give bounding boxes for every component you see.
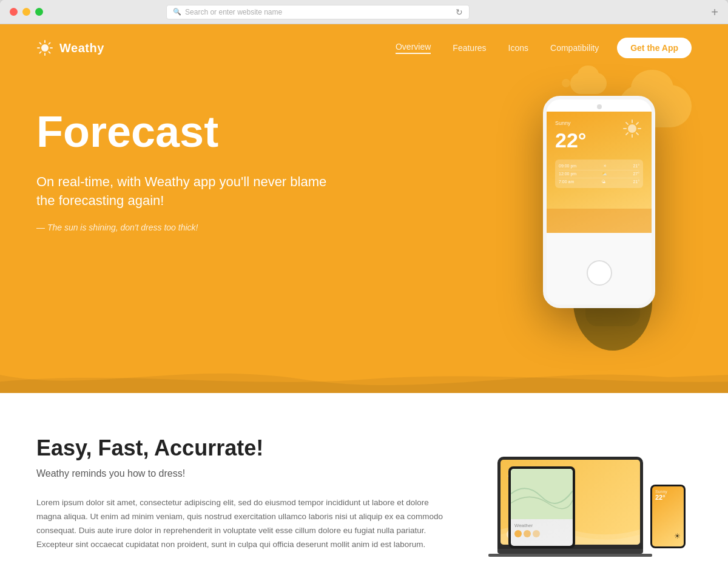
phone-time-row-1: 09:00 pm ☀ 21°	[559, 163, 639, 170]
svg-line-8	[40, 52, 41, 53]
svg-line-7	[49, 43, 50, 44]
hero-subtitle: On real-time, with Weathy app you'll nev…	[36, 173, 328, 210]
devices-area: 26°	[497, 435, 692, 557]
hero-content: Forecast On real-time, with Weathy app y…	[0, 72, 728, 393]
search-icon: 🔍	[173, 8, 181, 16]
phone-time-row-2: 12:00 pm ⛅ 27°	[559, 170, 639, 178]
nav-link-overview[interactable]: Overview	[396, 42, 431, 54]
navbar: Weathy Overview Features Icons Compatibi…	[0, 24, 728, 72]
svg-line-16	[636, 123, 638, 124]
close-button[interactable]	[10, 8, 18, 16]
content-section: Easy, Fast, Accurrate! Weathy reminds yo…	[0, 393, 728, 578]
url-bar[interactable]: 🔍 Search or enter website name ↻	[166, 5, 470, 19]
laptop-base	[497, 549, 643, 554]
new-tab-button[interactable]: +	[711, 6, 718, 18]
phone-hourly-list: 09:00 pm ☀ 21° 12:00 pm ⛅ 27°	[555, 160, 643, 188]
svg-line-14	[626, 123, 628, 124]
phone-scene	[547, 209, 652, 233]
nav-link-icons[interactable]: Icons	[508, 43, 528, 53]
small-phone-content: Sunny 22°	[652, 486, 684, 504]
phone-bottom	[547, 233, 652, 308]
svg-point-0	[41, 44, 49, 52]
section-body: Lorem ipsum dolor sit amet, consectetur …	[36, 496, 449, 552]
get-app-button[interactable]: Get the App	[617, 38, 692, 58]
section-title: Easy, Fast, Accurrate!	[36, 435, 449, 461]
tablet-icon-row	[514, 530, 569, 537]
tablet-screen: Weather	[511, 469, 573, 546]
small-phone-mockup: Sunny 22° ☀	[650, 485, 686, 548]
tablet-mockup: Weather	[508, 466, 575, 548]
laptop-foot	[488, 554, 652, 557]
phone-frame: Sunny 22°	[543, 96, 655, 308]
logo-area: Weathy	[36, 39, 104, 56]
nav-link-features[interactable]: Features	[453, 43, 486, 53]
svg-line-6	[49, 52, 50, 53]
svg-point-9	[628, 124, 636, 133]
logo-text: Weathy	[59, 41, 104, 55]
minimize-button[interactable]	[22, 8, 30, 16]
phone-screen: Sunny 22°	[547, 112, 652, 233]
small-phone-sun: ☀	[674, 532, 681, 540]
page-content: Weathy Overview Features Icons Compatibi…	[0, 24, 728, 578]
svg-line-17	[626, 133, 628, 135]
maximize-button[interactable]	[35, 8, 43, 16]
phone-sun-icon	[622, 119, 642, 141]
phone-home-button	[587, 260, 612, 286]
svg-line-5	[40, 43, 41, 44]
hero-section: Weathy Overview Features Icons Compatibi…	[0, 24, 728, 393]
hero-text: Forecast On real-time, with Weathy app y…	[36, 90, 497, 232]
phone-time-row-3: 7:00 am 🌤 21°	[559, 178, 639, 185]
phone-mockup-area: Sunny 22°	[497, 90, 692, 344]
logo-icon	[36, 39, 53, 56]
svg-line-15	[636, 133, 638, 135]
hand-svg-area: Sunny 22°	[497, 90, 692, 344]
small-phone-screen: Sunny 22° ☀	[652, 486, 684, 546]
hero-tagline: — The sun is shining, don't dress too th…	[36, 223, 497, 232]
section-subtitle: Weathy reminds you how to dress!	[36, 468, 449, 479]
url-text: Search or enter website name	[185, 8, 282, 16]
content-text: Easy, Fast, Accurrate! Weathy reminds yo…	[36, 435, 449, 552]
tablet-map	[511, 469, 573, 519]
nav-links: Overview Features Icons Compatibility	[396, 42, 599, 54]
hero-title: Forecast	[36, 108, 497, 156]
reload-button[interactable]: ↻	[456, 7, 463, 17]
phone-camera	[597, 104, 602, 109]
map-lines	[511, 469, 573, 519]
nav-link-compatibility[interactable]: Compatibility	[550, 43, 599, 53]
tablet-info: Weather	[511, 519, 573, 541]
browser-titlebar: 🔍 Search or enter website name ↻ +	[0, 0, 728, 24]
browser-window: 🔍 Search or enter website name ↻ +	[0, 0, 728, 578]
